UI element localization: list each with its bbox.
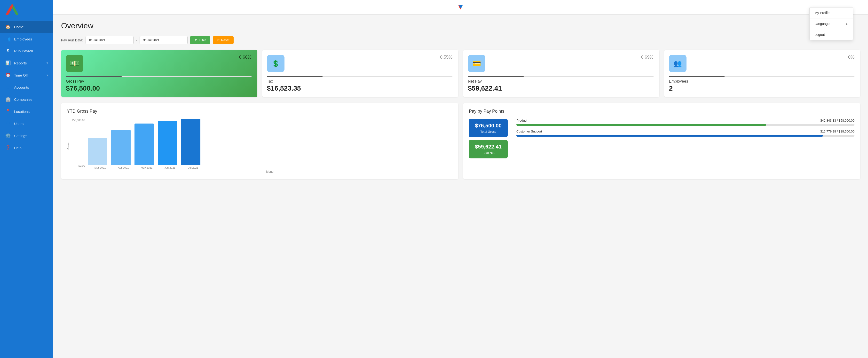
tax-icon-box: 💲 xyxy=(267,55,284,72)
dropdown-item-logout[interactable]: Logout xyxy=(810,29,853,40)
tax-percent: 0.55% xyxy=(440,55,453,60)
chevron-right-icon: ▸ xyxy=(846,22,848,26)
chart-bars xyxy=(88,119,453,165)
sidebar-item-label: Accounts xyxy=(14,85,29,89)
sidebar-item-reports[interactable]: 📊 Reports ▾ xyxy=(0,57,53,69)
language-label: Language xyxy=(814,22,830,26)
ytd-chart-panel: YTD Gross Pay Gross $50,000.00 $0.00 xyxy=(61,103,458,179)
page-content: Overview Pay Run Data: - ▼ Filter ↺ Rese… xyxy=(53,14,868,186)
gross-pay-icon-box: 💵 xyxy=(66,55,83,72)
dropdown-item-my-profile[interactable]: My Profile xyxy=(810,7,853,18)
sidebar-navigation: 🏠 Home 👥 Employees $ Run Payroll 📊 Repor… xyxy=(0,21,53,154)
pay-points-panel: Pay by Pay Points $76,500.00 Total Gross… xyxy=(463,103,860,179)
product-amount: $42,843.13 / $58,000.00 xyxy=(820,119,855,122)
sidebar-item-run-payroll[interactable]: $ Run Payroll xyxy=(0,45,53,57)
chevron-down-icon: ▾ xyxy=(46,62,48,65)
total-gross-box: $76,500.00 Total Gross xyxy=(469,119,508,137)
gross-pay-label: Gross Pay xyxy=(66,79,251,84)
x-label-jun: Jun 2021 xyxy=(160,166,180,169)
card-bar xyxy=(669,76,855,77)
sidebar-item-label: Run Payroll xyxy=(14,49,33,53)
support-amount: $16,779.28 / $18,500.00 xyxy=(820,130,855,133)
bar-col-4 xyxy=(181,119,200,165)
total-gross-label: Total Gross xyxy=(475,130,502,133)
filter-bar: Pay Run Data: - ▼ Filter ↺ Reset xyxy=(61,36,860,44)
filter-icon: ▼ xyxy=(194,38,197,42)
chart-bar-may xyxy=(134,124,154,165)
employees-card-value: 2 xyxy=(669,85,855,92)
chart-bar-jun xyxy=(158,121,177,165)
total-gross-value: $76,500.00 xyxy=(475,123,502,129)
card-bar-fill xyxy=(468,76,524,77)
product-progress-fill xyxy=(517,124,766,126)
card-top: 💳 0.69% xyxy=(468,55,654,72)
sidebar-item-employees[interactable]: 👥 Employees xyxy=(0,33,53,45)
sidebar-item-settings[interactable]: ⚙️ Settings xyxy=(0,130,53,142)
card-bar xyxy=(267,76,453,77)
sidebar-item-users[interactable]: 👤 Users xyxy=(0,118,53,130)
reset-button[interactable]: ↺ Reset xyxy=(213,36,234,44)
y-axis-labels: $50,000.00 $0.00 xyxy=(72,119,87,167)
bar-col-1 xyxy=(111,130,131,165)
sidebar: 🏠 Home 👥 Employees $ Run Payroll 📊 Repor… xyxy=(0,0,53,358)
app-logo xyxy=(5,4,20,17)
sidebar-item-time-off[interactable]: ⏰ Time Off ▾ xyxy=(0,69,53,81)
card-bar-fill xyxy=(267,76,323,77)
card-net-pay: 💳 0.69% Net Pay $59,622.41 xyxy=(463,50,659,97)
progress-row-product: Product $42,843.13 / $58,000.00 xyxy=(517,119,855,126)
x-axis-label: Month xyxy=(88,170,453,173)
timeoff-icon: ⏰ xyxy=(5,72,11,78)
employees-percent: 0% xyxy=(848,55,855,60)
sidebar-item-label: Locations xyxy=(14,109,30,113)
ytd-chart-title: YTD Gross Pay xyxy=(67,109,453,114)
sidebar-item-companies[interactable]: 🏢 Companies xyxy=(0,93,53,105)
card-employees: 👥 0% Employees 2 xyxy=(664,50,861,97)
chevron-down-icon: ▾ xyxy=(46,74,48,77)
employees-icon-box: 👥 xyxy=(669,55,686,72)
net-pay-value: $59,622.41 xyxy=(468,85,654,92)
sidebar-item-label: Settings xyxy=(14,134,27,138)
locations-icon: 📍 xyxy=(5,109,11,114)
net-pay-label: Net Pay xyxy=(468,79,654,84)
progress-section: Product $42,843.13 / $58,000.00 Customer… xyxy=(517,119,855,158)
product-progress-bg xyxy=(517,124,855,126)
bottom-row: YTD Gross Pay Gross $50,000.00 $0.00 xyxy=(61,103,860,179)
progress-row-support: Customer Support $16,779.28 / $18,500.00 xyxy=(517,130,855,137)
sidebar-item-label: Reports xyxy=(14,61,27,65)
reset-icon: ↺ xyxy=(217,38,220,42)
filter-button[interactable]: ▼ Filter xyxy=(190,36,210,44)
pay-points-content: $76,500.00 Total Gross $59,622.41 Total … xyxy=(469,119,855,158)
sidebar-item-accounts[interactable]: 👤 Accounts xyxy=(0,81,53,93)
product-label: Product xyxy=(517,119,527,122)
dropdown-item-language[interactable]: Language ▸ xyxy=(810,19,853,29)
card-tax: 💲 0.55% Tax $16,523.35 xyxy=(262,50,459,97)
sidebar-item-label: Companies xyxy=(14,97,32,101)
settings-icon: ⚙️ xyxy=(5,133,11,138)
sidebar-item-label: Home xyxy=(14,25,24,29)
sidebar-item-help[interactable]: ❓ Help xyxy=(0,142,53,154)
payroll-icon: $ xyxy=(5,48,11,54)
date-from-input[interactable] xyxy=(86,36,133,44)
dropdown-menu: My Profile Language ▸ Logout xyxy=(809,7,853,40)
employees-card-icon: 👥 xyxy=(674,60,682,68)
total-net-value: $59,622.41 xyxy=(475,143,502,150)
netpay-icon: 💳 xyxy=(472,60,481,68)
date-separator: - xyxy=(136,38,137,42)
date-to-input[interactable] xyxy=(140,36,188,44)
tax-icon: 💲 xyxy=(271,60,280,68)
bar-col-0 xyxy=(88,138,107,165)
card-gross-pay: 💵 0.66% Gross Pay $76,500.00 xyxy=(61,50,257,97)
accounts-icon: 👤 xyxy=(5,85,11,90)
net-pay-percent: 0.69% xyxy=(641,55,653,60)
sidebar-item-locations[interactable]: 📍 Locations xyxy=(0,105,53,118)
bar-col-2 xyxy=(134,124,154,165)
my-profile-label: My Profile xyxy=(814,11,830,15)
card-top: 💲 0.55% xyxy=(267,55,453,72)
sidebar-item-label: Users xyxy=(14,122,24,126)
card-bar xyxy=(468,76,654,77)
support-progress-fill xyxy=(517,135,823,137)
sidebar-item-home[interactable]: 🏠 Home xyxy=(0,21,53,33)
companies-icon: 🏢 xyxy=(5,97,11,102)
y-axis-label: Gross xyxy=(67,142,70,150)
users-icon: 👤 xyxy=(5,121,11,126)
